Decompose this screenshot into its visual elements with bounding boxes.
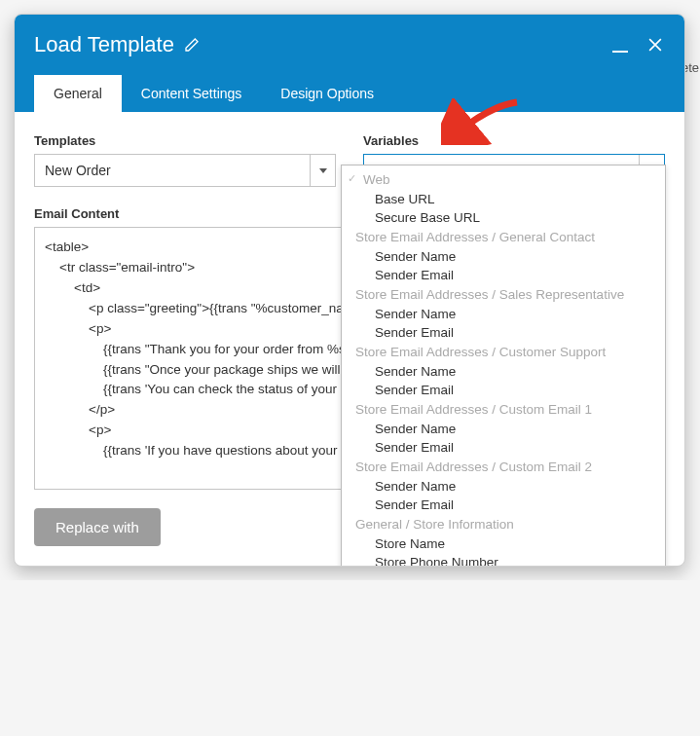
dialog-header: Load Template General Content Settings D… [15, 15, 684, 112]
variable-item[interactable]: Base URL [342, 190, 665, 208]
variable-item[interactable]: Sender Email [342, 381, 665, 399]
variable-item[interactable]: Sender Email [342, 323, 665, 342]
replace-with-button[interactable]: Replace with [34, 508, 161, 546]
variable-group: Store Email Addresses / Custom Email 2 [342, 457, 665, 477]
variable-item[interactable]: Sender Email [342, 438, 665, 457]
templates-label: Templates [34, 133, 336, 148]
variable-group: Store Email Addresses / General Contact [342, 227, 665, 247]
variable-item[interactable]: Sender Name [342, 420, 665, 438]
variables-dropdown[interactable]: WebBase URLSecure Base URLStore Email Ad… [341, 165, 666, 567]
tab-design-options[interactable]: Design Options [261, 75, 393, 112]
tab-bar: General Content Settings Design Options [34, 75, 665, 112]
close-icon[interactable] [645, 35, 665, 55]
variable-item[interactable]: Sender Email [342, 266, 665, 284]
variable-group: Store Email Addresses / Sales Representa… [342, 284, 665, 305]
variable-item[interactable]: Store Phone Number [342, 553, 665, 567]
templates-select[interactable]: New Order [34, 154, 336, 187]
edit-icon[interactable] [184, 37, 200, 53]
variable-item[interactable]: Sender Email [342, 496, 665, 514]
variable-item[interactable]: Sender Name [342, 477, 665, 496]
variable-item[interactable]: Sender Name [342, 305, 665, 323]
chevron-down-icon [310, 155, 335, 186]
variable-group: Store Email Addresses / Customer Support [342, 342, 665, 362]
variable-item[interactable]: Store Name [342, 534, 665, 553]
variable-group: Store Email Addresses / Custom Email 1 [342, 399, 665, 420]
dialog-title: Load Template [34, 32, 174, 57]
annotation-arrow [441, 98, 521, 145]
load-template-dialog: Load Template General Content Settings D… [14, 14, 685, 567]
minimize-icon[interactable] [612, 51, 628, 53]
dialog-body: Templates New Order Variables WebBase UR… [15, 112, 684, 566]
variable-item[interactable]: Secure Base URL [342, 208, 665, 227]
variable-group: Web [342, 169, 665, 190]
variable-item[interactable]: Sender Name [342, 362, 665, 381]
variable-group: General / Store Information [342, 514, 665, 534]
tab-general[interactable]: General [34, 75, 122, 112]
templates-selected-value: New Order [35, 163, 310, 178]
tab-content-settings[interactable]: Content Settings [122, 75, 262, 112]
variable-item[interactable]: Sender Name [342, 247, 665, 266]
